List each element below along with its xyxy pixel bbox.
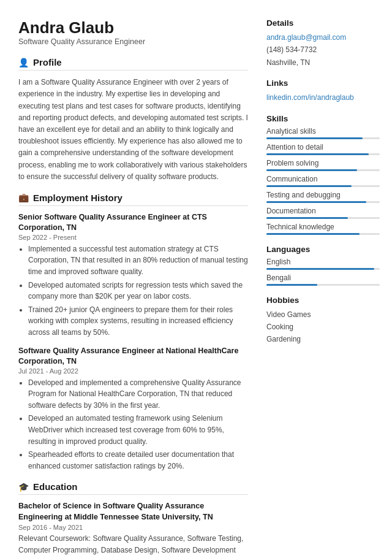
hobbies-section-label: Hobbies xyxy=(266,296,380,305)
linkedin-link[interactable]: linkedin.com/in/andraglaub xyxy=(266,91,380,104)
links-section: Links linkedin.com/in/andraglaub xyxy=(266,78,380,104)
skill-label-4: Testing and debugging xyxy=(266,191,380,199)
hobbies-section: Hobbies Video GamesCookingGardening xyxy=(266,296,380,346)
education-section-label: Education xyxy=(33,481,78,492)
skill-item: Analytical skills xyxy=(266,127,380,139)
candidate-name: Andra Glaub xyxy=(18,18,248,37)
profile-section-label: Profile xyxy=(33,57,62,67)
language-bar-fill xyxy=(266,268,374,270)
skill-item: Documentation xyxy=(266,207,380,219)
location: Nashville, TN xyxy=(266,56,380,69)
candidate-job-title: Software Quality Assurance Engineer xyxy=(18,37,248,46)
skill-label-3: Communication xyxy=(266,175,380,183)
edu-degree-title: Bachelor of Science in Software Quality … xyxy=(18,501,248,522)
language-label-0: English xyxy=(266,258,380,266)
skill-bar-bg xyxy=(266,153,380,155)
skill-item: Problem solving xyxy=(266,159,380,171)
skill-label-2: Problem solving xyxy=(266,159,380,167)
skill-bar-bg xyxy=(266,233,380,235)
languages-section-label: Languages xyxy=(266,245,380,254)
job-bullet: Developed an automated testing framework… xyxy=(28,413,248,447)
education-icon: 🎓 xyxy=(18,482,29,492)
language-bar-bg xyxy=(266,284,380,286)
language-bar-bg xyxy=(266,268,380,270)
skill-bar-fill xyxy=(266,169,357,171)
skill-bar-fill xyxy=(266,233,360,235)
skill-item: Testing and debugging xyxy=(266,191,380,203)
employment-section: 💼 Employment History Senior Software Qua… xyxy=(18,193,248,472)
job-item: Software Quality Assurance Engineer at N… xyxy=(18,346,248,472)
profile-text: I am a Software Quality Assurance Engine… xyxy=(18,77,248,183)
language-item: English xyxy=(266,258,380,270)
email-link[interactable]: andra.glaub@gmail.com xyxy=(266,31,380,44)
skill-label-5: Documentation xyxy=(266,207,380,215)
edu-date: Sep 2016 - May 2021 xyxy=(18,524,248,531)
job-bullet: Implemented a successful test automation… xyxy=(28,243,248,278)
language-label-1: Bengali xyxy=(266,274,380,282)
profile-section: 👤 Profile I am a Software Quality Assura… xyxy=(18,57,248,183)
job-date-0: Sep 2022 - Present xyxy=(18,234,248,241)
hobby-item-2: Gardening xyxy=(266,333,380,345)
job-bullet: Developed automated scripts for regressi… xyxy=(28,280,248,302)
phone: (148) 534-7732 xyxy=(266,44,380,56)
skills-section-label: Skills xyxy=(266,114,380,123)
skill-item: Attention to detail xyxy=(266,143,380,155)
skill-label-6: Technical knowledge xyxy=(266,223,380,231)
job-bullet: Spearheaded efforts to create detailed u… xyxy=(28,449,248,472)
edu-coursework-label: Relevant Coursework: xyxy=(18,534,91,543)
skill-bar-fill xyxy=(266,153,369,155)
employment-icon: 💼 xyxy=(18,193,29,202)
hobby-item-1: Cooking xyxy=(266,321,380,333)
skill-bar-fill xyxy=(266,201,366,203)
education-section: 🎓 Education Bachelor of Science in Softw… xyxy=(18,481,248,555)
skill-item: Technical knowledge xyxy=(266,223,380,235)
skill-item: Communication xyxy=(266,175,380,187)
job-bullet: Trained 20+ junior QA engineers to prepa… xyxy=(28,304,248,339)
skill-bar-fill xyxy=(266,185,352,187)
employment-section-label: Employment History xyxy=(33,193,123,203)
details-section: Details andra.glaub@gmail.com (148) 534-… xyxy=(266,18,380,69)
skill-bar-bg xyxy=(266,185,380,187)
job-title-0: Senior Software Quality Assurance Engine… xyxy=(18,212,248,234)
job-title-1: Software Quality Assurance Engineer at N… xyxy=(18,346,248,367)
job-date-1: Jul 2021 - Aug 2022 xyxy=(18,367,248,375)
hobby-item-0: Video Games xyxy=(266,308,380,321)
edu-coursework: Relevant Coursework: Software Quality As… xyxy=(18,533,248,555)
languages-section: Languages EnglishBengali xyxy=(266,245,380,286)
links-section-label: Links xyxy=(266,78,380,88)
language-item: Bengali xyxy=(266,274,380,286)
skill-bar-bg xyxy=(266,201,380,203)
language-bar-fill xyxy=(266,284,317,286)
skill-label-1: Attention to detail xyxy=(266,143,380,151)
job-bullet: Developed and implemented a comprehensiv… xyxy=(28,377,248,411)
skill-bar-fill xyxy=(266,217,348,219)
skills-section: Skills Analytical skillsAttention to det… xyxy=(266,114,380,235)
skill-bar-bg xyxy=(266,137,380,139)
job-item: Senior Software Quality Assurance Engine… xyxy=(18,212,248,339)
profile-icon: 👤 xyxy=(18,58,29,67)
skill-bar-fill xyxy=(266,137,363,139)
skill-label-0: Analytical skills xyxy=(266,127,380,136)
skill-bar-bg xyxy=(266,169,380,171)
details-section-label: Details xyxy=(266,18,380,28)
skill-bar-bg xyxy=(266,217,380,219)
